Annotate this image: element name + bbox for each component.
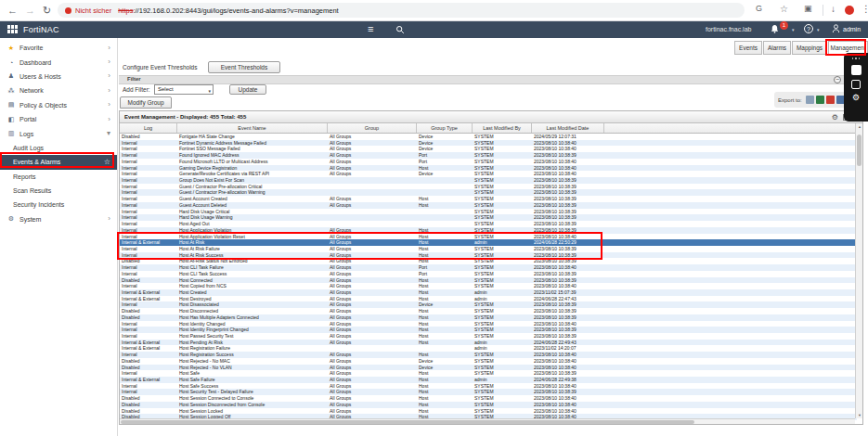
export-excel-icon[interactable] bbox=[816, 96, 824, 104]
search-icon[interactable] bbox=[395, 25, 405, 34]
vertical-scroll-thumb[interactable] bbox=[857, 135, 862, 166]
column-header-group[interactable]: Group bbox=[328, 123, 417, 133]
table-row[interactable]: InternalHost CLI Task FailureAll GroupsP… bbox=[120, 264, 857, 271]
notifications-bell-icon[interactable] bbox=[771, 24, 779, 33]
table-row[interactable]: InternalHost Identity ChangedAll GroupsH… bbox=[120, 321, 857, 327]
address-bar[interactable]: Nicht sicher https://192.168.0.202:8443/… bbox=[58, 3, 745, 18]
table-row[interactable]: DisabledHost ConnectedAll GroupsHostSYST… bbox=[120, 277, 857, 284]
table-row[interactable]: Internal & ExternalHost CreatedAll Group… bbox=[120, 289, 857, 296]
user-icon[interactable] bbox=[832, 24, 840, 33]
browser-reload-icon[interactable]: ↻ bbox=[43, 4, 51, 17]
update-button[interactable]: Update bbox=[229, 84, 266, 95]
table-row[interactable]: InternalHost Copied from NCSAll GroupsHo… bbox=[120, 283, 857, 289]
sidebar-item-audit-logs[interactable]: Audit Logs bbox=[0, 141, 117, 155]
table-row[interactable]: InternalFortinet SSO Message FailedAll G… bbox=[120, 146, 857, 152]
horizontal-scrollbar[interactable] bbox=[120, 418, 855, 424]
help-icon[interactable]: ? bbox=[804, 24, 813, 33]
table-row[interactable]: InternalHost Identity Fingerprint Change… bbox=[120, 327, 857, 333]
scroll-up-icon[interactable]: ▲ bbox=[856, 124, 863, 129]
favorite-star-icon[interactable]: ☆ bbox=[104, 158, 110, 166]
translate-icon[interactable]: G bbox=[756, 4, 762, 13]
user-name-label[interactable]: admin bbox=[843, 26, 861, 32]
export-csv-icon[interactable] bbox=[806, 96, 814, 104]
scroll-down-icon[interactable]: ▼ bbox=[856, 413, 863, 417]
sidebar-item-policy-objects[interactable]: ▤ Policy & Objects › bbox=[0, 98, 117, 112]
sidebar-item-dashboard[interactable]: ◔ Dashboard › bbox=[0, 55, 117, 69]
table-row[interactable]: DisabledHost Session Disconnected from C… bbox=[120, 402, 857, 408]
sidebar-item-security-incidents[interactable]: Security Incidents bbox=[0, 198, 117, 212]
region-select-icon[interactable] bbox=[851, 80, 861, 89]
modify-group-button[interactable]: Modify Group bbox=[120, 96, 172, 109]
tab-events[interactable]: Events bbox=[734, 41, 762, 55]
table-row[interactable]: Internal & ExternalHost Pending At RiskA… bbox=[120, 340, 857, 346]
sidebar-item-system[interactable]: ⚙ System › bbox=[0, 212, 117, 226]
table-settings-gear-icon[interactable]: ⚙ bbox=[832, 113, 838, 122]
table-row[interactable]: Internal & ExternalHost Registration Fai… bbox=[120, 345, 857, 352]
browser-profile-avatar[interactable] bbox=[845, 6, 854, 15]
table-row[interactable]: InternalHost At Risk SuccessAll GroupsHo… bbox=[120, 252, 857, 259]
sidebar-item-logs[interactable]: ▥ Logs ▾ bbox=[0, 126, 117, 140]
browser-menu-icon[interactable]: ⋮ bbox=[862, 4, 868, 14]
notification-count-badge[interactable]: 1 bbox=[780, 21, 788, 30]
column-header-last-modified-by[interactable]: Last Modified By bbox=[473, 123, 532, 133]
vertical-scrollbar[interactable]: ▲ ▼ bbox=[855, 123, 862, 418]
extensions-icon[interactable]: ▣ bbox=[804, 4, 812, 13]
url-text[interactable]: https://192.168.0.202:8443/gui/logs/even… bbox=[118, 6, 338, 15]
table-row[interactable]: InternalHost Safe SuccessAll GroupsHostS… bbox=[120, 383, 857, 390]
table-row[interactable]: InternalHard Disk Usage WarningSYSTEM202… bbox=[120, 214, 857, 221]
table-row[interactable]: InternalGuest Account CreatedAll GroupsH… bbox=[120, 196, 857, 202]
table-row[interactable]: DisabledFortigate HA State ChangeAll Gro… bbox=[120, 134, 857, 140]
help-caret-icon[interactable]: ▾ bbox=[817, 27, 820, 32]
table-row[interactable]: DisabledHost Has Multiple Adapters Conne… bbox=[120, 314, 857, 321]
table-row[interactable]: InternalHost At Risk FailureAll GroupsHo… bbox=[120, 246, 857, 252]
event-thresholds-button[interactable]: Event Thresholds bbox=[208, 61, 280, 73]
table-row[interactable]: InternalGroup Does Not Exist For ScanSYS… bbox=[120, 177, 857, 184]
sidebar-item-reports[interactable]: Reports bbox=[0, 170, 117, 184]
table-row[interactable]: InternalHard Disk Usage CriticalSYSTEM20… bbox=[120, 209, 857, 215]
table-row[interactable]: DisabledHost Rejected - No VLANAll Group… bbox=[120, 365, 857, 371]
table-row[interactable]: DisabledHost Rejected - No MACAll Groups… bbox=[120, 358, 857, 365]
tool-settings-gear-icon[interactable]: ⚙ bbox=[852, 94, 860, 102]
table-row[interactable]: InternalHost Application Violation Reset… bbox=[120, 234, 857, 240]
table-row[interactable]: InternalHost Registration SuccessAll Gro… bbox=[120, 352, 857, 358]
table-row[interactable]: InternalGuest / Contractor Pre-allocatio… bbox=[120, 189, 857, 196]
not-secure-label[interactable]: Nicht sicher bbox=[75, 6, 111, 15]
table-row[interactable]: DisabledHost DisconnectedAll GroupsHostS… bbox=[120, 308, 857, 314]
table-row[interactable]: InternalGenerate/Revoke Certificates via… bbox=[120, 171, 857, 177]
table-row[interactable]: Internal & ExternalHost DestroyedAll Gro… bbox=[120, 296, 857, 302]
table-row[interactable]: InternalHost Passed Security TestAll Gro… bbox=[120, 333, 857, 340]
horizontal-scroll-thumb[interactable] bbox=[121, 420, 694, 424]
table-row[interactable]: DisabledHost At-Risk Status Not Enforced… bbox=[120, 258, 857, 264]
table-row[interactable]: InternalGuest Account DeletedAll GroupsH… bbox=[120, 202, 857, 209]
table-row[interactable]: DisabledHost Session Connected to Consol… bbox=[120, 395, 857, 402]
bookmark-star-icon[interactable]: ☆ bbox=[780, 4, 788, 14]
table-row[interactable]: InternalHost Security Test - Delayed Fai… bbox=[120, 389, 857, 395]
column-header-last-modified-date[interactable]: Last Modified Date bbox=[532, 123, 604, 133]
table-row[interactable]: InternalHost Application ViolationAll Gr… bbox=[120, 227, 857, 234]
browser-forward-icon[interactable]: → bbox=[25, 4, 35, 17]
sidebar-item-portal[interactable]: ◧ Portal › bbox=[0, 112, 117, 126]
filter-select-dropdown[interactable]: Select ▾ bbox=[154, 84, 214, 95]
table-row[interactable]: InternalHost CLI Task SuccessAll GroupsP… bbox=[120, 271, 857, 277]
table-row[interactable]: InternalHost Aged OutSYSTEM2023/08/10 10… bbox=[120, 221, 857, 227]
table-row[interactable]: InternalHost DisassociatedAll GroupsDevi… bbox=[120, 301, 857, 308]
export-pdf-icon[interactable] bbox=[826, 96, 835, 104]
tab-alarms[interactable]: Alarms bbox=[763, 41, 791, 55]
sidebar-item-events-alarms[interactable]: Events & Alarms ☆ bbox=[0, 155, 117, 169]
browser-back-icon[interactable]: ← bbox=[7, 4, 18, 17]
table-row[interactable]: Internal & ExternalHost Safe FailureAll … bbox=[120, 377, 857, 383]
table-row[interactable]: InternalFound Ignored MAC AddressAll Gro… bbox=[120, 152, 857, 159]
table-row[interactable]: InternalGuest / Contractor Pre-allocatio… bbox=[120, 184, 857, 190]
sidebar-item-users-hosts[interactable]: ♟ Users & Hosts › bbox=[0, 70, 117, 83]
capture-icon[interactable] bbox=[851, 65, 862, 75]
sidebar-item-favorite[interactable]: ★ Favorite › bbox=[0, 41, 117, 55]
table-row[interactable]: InternalHost SafeAll GroupsHostSYSTEM202… bbox=[120, 370, 857, 377]
bell-caret-icon[interactable]: ▾ bbox=[792, 27, 795, 32]
hamburger-menu-icon[interactable]: ≡ bbox=[368, 23, 373, 34]
collapse-filter-icon[interactable]: − bbox=[834, 76, 841, 83]
tab-mappings[interactable]: Mappings bbox=[792, 41, 827, 55]
table-row[interactable]: InternalFortinet Dynamic Address Message… bbox=[120, 140, 857, 147]
drag-handle-icon[interactable] bbox=[852, 58, 860, 60]
table-row[interactable]: InternalGaming Device RegistrationAll Gr… bbox=[120, 165, 857, 172]
table-row[interactable]: InternalFound Microsoft LLTD or Multicas… bbox=[120, 159, 857, 165]
